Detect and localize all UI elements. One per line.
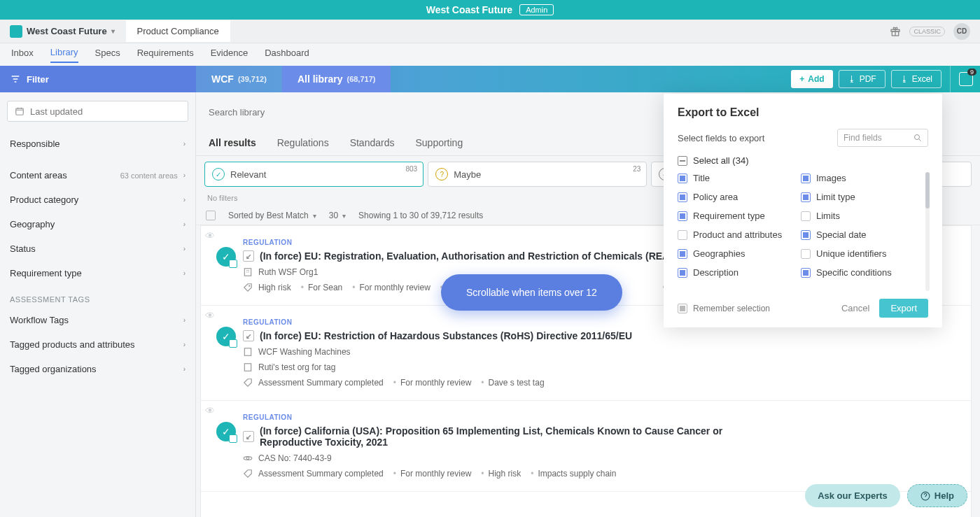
field-row[interactable]: Title (678, 173, 794, 183)
filter-responsible[interactable]: Responsible › (0, 132, 195, 156)
svg-rect-3 (244, 269, 251, 276)
last-updated-filter[interactable]: Last updated (7, 101, 188, 122)
scope-tab-all[interactable]: All library (68,717) (282, 66, 391, 92)
filter-content-areas[interactable]: Content areas 63 content areas › (0, 163, 195, 187)
filter-geography[interactable]: Geography› (0, 212, 195, 236)
plus-icon: + (799, 74, 804, 84)
sort-dropdown[interactable]: Sorted by Best Match▾ (228, 211, 316, 220)
filter-workflow-tags[interactable]: Workflow Tags› (0, 308, 195, 332)
card-tag: Dave s test tag (477, 378, 544, 388)
org-label: West Coast Future (27, 26, 107, 36)
gift-icon[interactable] (890, 26, 901, 37)
filter-label: Geography (10, 219, 55, 229)
card-tag: High risk (477, 469, 521, 479)
calendar-icon (15, 106, 24, 116)
card-title[interactable]: (In force) California (USA): Proposition… (260, 425, 750, 448)
filter-requirement-type[interactable]: Requirement type› (0, 261, 195, 285)
nav-evidence[interactable]: Evidence (211, 48, 248, 62)
clipboard-icon[interactable] (959, 72, 973, 86)
chip-count: 803 (405, 165, 417, 173)
tab-supporting[interactable]: Supporting (414, 130, 464, 155)
org-icon (10, 25, 22, 38)
field-row[interactable]: Policy area (678, 192, 794, 202)
card-tag: Impacts supply chain (526, 469, 616, 479)
select-all-row[interactable]: Select all (34) (678, 155, 928, 166)
field-row[interactable]: Unique identifiers (801, 248, 917, 259)
chevron-right-icon: › (183, 269, 186, 277)
org-selector[interactable]: West Coast Future ▾ (10, 25, 115, 38)
card-title[interactable]: (In force) EU: Restriction of Hazardous … (260, 330, 632, 341)
help-button[interactable]: Help (907, 484, 967, 507)
download-icon: ⭳ (848, 74, 856, 84)
result-card[interactable]: 👁 ✓ REGULATION ↙ (In force) California (… (201, 401, 971, 492)
eye-icon: 👁 (205, 310, 215, 321)
modal-sub-text: Select fields to export (678, 133, 764, 143)
ask-experts-button[interactable]: Ask our Experts (805, 484, 900, 507)
tab-standards[interactable]: Standards (349, 130, 396, 155)
chevron-down-icon: ▾ (313, 212, 316, 220)
checkbox-icon (678, 268, 687, 278)
pdf-label: PDF (860, 74, 876, 84)
filter-tagged-products[interactable]: Tagged products and attributes› (0, 332, 195, 357)
atom-icon (243, 453, 253, 463)
nav-library[interactable]: Library (50, 47, 78, 63)
chevron-right-icon: › (183, 171, 186, 179)
find-fields-input[interactable]: Find fields (837, 129, 928, 147)
filter-toggle[interactable]: Filter (0, 66, 196, 92)
field-row[interactable]: Images (801, 173, 917, 183)
classic-badge[interactable]: CLASSIC (909, 27, 945, 36)
nav-specs[interactable]: Specs (95, 48, 120, 62)
pagesize-dropdown[interactable]: 30▾ (329, 211, 346, 220)
checkbox-icon (678, 304, 687, 313)
assessment-tags-header: ASSESSMENT TAGS (0, 285, 195, 308)
relevance-badge-icon: ✓ (216, 247, 236, 267)
filter-icon (10, 73, 21, 85)
scope-tabs: WCF (39,712) All library (68,717) (196, 66, 391, 92)
filter-status[interactable]: Status› (0, 236, 195, 261)
field-row[interactable]: Limit type (801, 192, 917, 202)
sidebar: Last updated Responsible › Content areas… (0, 92, 196, 517)
field-label: Policy area (693, 192, 738, 202)
nav-inbox[interactable]: Inbox (11, 48, 34, 62)
pdf-button[interactable]: ⭳ PDF (839, 70, 886, 88)
remember-label: Remember selection (693, 304, 770, 313)
filter-tagged-organizations[interactable]: Tagged organizations› (0, 357, 195, 381)
select-all-checkbox[interactable] (206, 211, 216, 220)
field-row[interactable]: Limits (801, 211, 917, 221)
filter-product-category[interactable]: Product category› (0, 187, 195, 212)
chevron-right-icon: › (183, 316, 186, 324)
filter-label: Tagged organizations (10, 364, 97, 374)
scope-tab-wcf[interactable]: WCF (39,712) (196, 66, 282, 92)
relevance-badge-icon: ✓ (216, 327, 236, 346)
find-placeholder: Find fields (844, 133, 882, 143)
card-tag: Assessment Summary completed (258, 469, 384, 479)
field-row[interactable]: Specific conditions (801, 267, 917, 278)
header-bar: West Coast Future ▾ Product Compliance C… (0, 20, 980, 43)
tab-all-results[interactable]: All results (207, 130, 258, 155)
field-row[interactable]: Requirement type (678, 211, 794, 221)
card-org: Ruth WSF Org1 (258, 267, 318, 277)
remember-selection[interactable]: Remember selection (678, 304, 770, 313)
divider (950, 66, 951, 92)
field-row[interactable]: Geographies (678, 248, 794, 259)
chip-maybe[interactable]: ? Maybe 23 (428, 162, 647, 187)
tab-regulations[interactable]: Regulations (276, 130, 330, 155)
indeterminate-checkbox-icon (678, 156, 687, 166)
nav-dashboard[interactable]: Dashboard (265, 48, 309, 62)
field-row[interactable]: Description (678, 267, 794, 278)
module-tab[interactable]: Product Compliance (126, 20, 230, 42)
last-updated-label: Last updated (30, 106, 83, 117)
user-avatar[interactable]: CD (953, 23, 970, 40)
filter-label: Responsible (10, 139, 60, 149)
checkbox-icon (678, 249, 687, 259)
chip-relevant[interactable]: ✓ Relevant 803 (204, 162, 424, 187)
excel-button[interactable]: ⭳ Excel (891, 70, 941, 88)
add-button[interactable]: + Add (791, 70, 832, 88)
field-row[interactable]: Product and attributes (678, 229, 794, 240)
export-button[interactable]: Export (879, 299, 928, 318)
field-row[interactable]: Special date (801, 229, 917, 240)
chevron-down-icon: ▾ (111, 27, 115, 35)
cancel-button[interactable]: Cancel (841, 303, 869, 313)
filter-meta: 63 content areas (120, 171, 178, 180)
nav-requirements[interactable]: Requirements (137, 48, 194, 62)
